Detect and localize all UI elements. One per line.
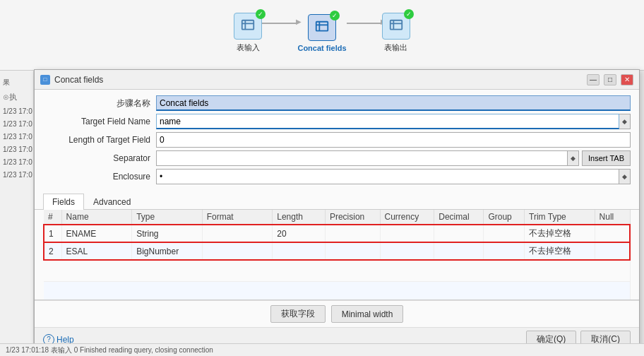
status-bar: 1/23 17:01:18 表输入 0 Finished reading que… — [0, 343, 644, 356]
col-currency: Currency — [380, 210, 434, 225]
separator-input-wrapper: ◆ Insert TAB — [156, 150, 631, 166]
sidebar-item-5: 1/23 17:0 — [0, 143, 34, 156]
dialog-titlebar: □ Concat fields — □ ✕ — [35, 70, 639, 90]
node-concat-check: ✓ — [330, 11, 340, 20]
target-field-input-wrapper: ◆ — [156, 114, 631, 129]
cell-type-2: BigNumber — [132, 242, 203, 260]
maximize-button[interactable]: □ — [604, 74, 616, 85]
dialog-title-icon: □ — [40, 75, 50, 85]
node-concat-icon: ✓ — [308, 14, 336, 41]
table-row[interactable]: 2 ESAL BigNumber 不去掉空格 — [44, 242, 630, 260]
node-output[interactable]: ✓ 表输出 — [382, 13, 410, 53]
sidebar-item-4: 1/23 17:0 — [0, 131, 34, 143]
length-label: Length of Target Field — [43, 135, 156, 145]
minimize-button[interactable]: — — [587, 74, 600, 85]
sidebar-item-0: 果 — [0, 76, 13, 89]
cell-num-2: 2 — [44, 242, 61, 260]
sidebar-item-2: 1/23 17:0 — [0, 105, 34, 118]
separator-input[interactable] — [156, 150, 568, 166]
table-header-row: # Name Type Format Length Precision Curr… — [44, 210, 630, 225]
dialog-title: Concat fields — [54, 75, 583, 85]
cell-num-1: 1 — [44, 225, 61, 242]
col-name: Name — [61, 210, 132, 225]
status-text: 1/23 17:01:18 表输入 0 Finished reading que… — [6, 345, 213, 355]
cell-decimal-2 — [434, 242, 484, 260]
table-row-empty — [44, 281, 630, 300]
cell-trim-1: 不去掉空格 — [525, 225, 595, 242]
enclosure-side-btn[interactable]: ◆ — [619, 169, 631, 184]
enclosure-row: Enclosure ◆ — [43, 169, 631, 184]
cell-name-2: ESAL — [61, 242, 132, 260]
target-field-input[interactable] — [156, 114, 619, 129]
svg-rect-0 — [242, 20, 254, 30]
cell-decimal-1 — [434, 225, 484, 242]
node-output-label: 表输出 — [384, 42, 407, 53]
cell-null-2 — [595, 242, 630, 260]
svg-rect-6 — [390, 20, 402, 30]
get-fields-button[interactable]: 获取字段 — [270, 305, 326, 323]
node-input-label: 表输入 — [237, 42, 260, 53]
sidebar-strip: 果 ⊙执 1/23 17:0 1/23 17:0 1/23 17:0 1/23 … — [0, 71, 34, 356]
table-row[interactable]: 1 ENAME String 20 不去掉空格 — [44, 225, 630, 242]
minimal-width-button[interactable]: Minimal width — [331, 305, 404, 323]
arrow-2 — [347, 23, 382, 24]
col-decimal: Decimal — [434, 210, 484, 225]
pipeline: ✓ 表输入 ✓ Concat fields ✓ — [0, 13, 644, 53]
cell-trim-2: 不去掉空格 — [525, 242, 595, 260]
cell-format-2 — [202, 242, 273, 260]
step-name-input[interactable] — [156, 95, 631, 111]
form-area: 步骤名称 Target Field Name ◆ Length of Targe… — [35, 90, 639, 193]
node-input-icon: ✓ — [234, 13, 262, 40]
fields-table: # Name Type Format Length Precision Curr… — [43, 210, 631, 300]
close-button[interactable]: ✕ — [621, 74, 633, 85]
col-format: Format — [202, 210, 273, 225]
target-field-side-btn[interactable]: ◆ — [619, 114, 631, 129]
col-length: Length — [273, 210, 326, 225]
cell-currency-2 — [380, 242, 434, 260]
step-name-row: 步骤名称 — [43, 95, 631, 111]
separator-label: Separator — [43, 153, 156, 163]
cell-length-2 — [273, 242, 326, 260]
col-group: Group — [484, 210, 525, 225]
concat-fields-dialog: □ Concat fields — □ ✕ 步骤名称 Target Field … — [34, 69, 640, 352]
tab-fields[interactable]: Fields — [43, 194, 84, 210]
separator-row: Separator ◆ Insert TAB — [43, 150, 631, 166]
cell-name-1: ENAME — [61, 225, 132, 242]
cell-group-2 — [484, 242, 525, 260]
table-area[interactable]: # Name Type Format Length Precision Curr… — [35, 210, 639, 300]
cell-precision-1 — [325, 225, 380, 242]
node-input[interactable]: ✓ 表输入 — [234, 13, 262, 53]
target-field-row: Target Field Name ◆ — [43, 114, 631, 129]
cell-precision-2 — [325, 242, 380, 260]
cell-format-1 — [202, 225, 273, 242]
sidebar-item-3: 1/23 17:0 — [0, 118, 34, 131]
insert-tab-button[interactable]: Insert TAB — [582, 150, 631, 166]
separator-side-btn[interactable]: ◆ — [568, 150, 579, 166]
tabs-bar: Fields Advanced — [35, 193, 639, 210]
length-row: Length of Target Field — [43, 132, 631, 148]
length-input[interactable] — [156, 132, 631, 148]
tab-advanced[interactable]: Advanced — [84, 194, 140, 210]
table-row-empty — [44, 260, 630, 281]
cell-type-1: String — [132, 225, 203, 242]
cell-group-1 — [484, 225, 525, 242]
node-output-check: ✓ — [404, 9, 414, 19]
sidebar-item-7: 1/23 17:0 — [0, 169, 34, 182]
enclosure-label: Enclosure — [43, 172, 156, 182]
enclosure-input[interactable] — [156, 169, 619, 184]
cell-null-1 — [595, 225, 630, 242]
col-type: Type — [132, 210, 203, 225]
node-concat[interactable]: ✓ Concat fields — [297, 14, 346, 52]
col-null: Null — [595, 210, 630, 225]
col-trim-type: Trim Type — [525, 210, 595, 225]
node-input-check: ✓ — [256, 9, 266, 19]
step-name-input-wrapper — [156, 95, 631, 111]
col-precision: Precision — [325, 210, 380, 225]
node-output-icon: ✓ — [382, 13, 410, 40]
target-field-label: Target Field Name — [43, 117, 156, 126]
sidebar-exec-icon: ⊙执 — [0, 89, 20, 105]
middle-buttons: 获取字段 Minimal width — [35, 300, 639, 327]
col-num: # — [44, 210, 61, 225]
step-name-label: 步骤名称 — [43, 97, 156, 109]
enclosure-input-wrapper: ◆ — [156, 169, 631, 184]
